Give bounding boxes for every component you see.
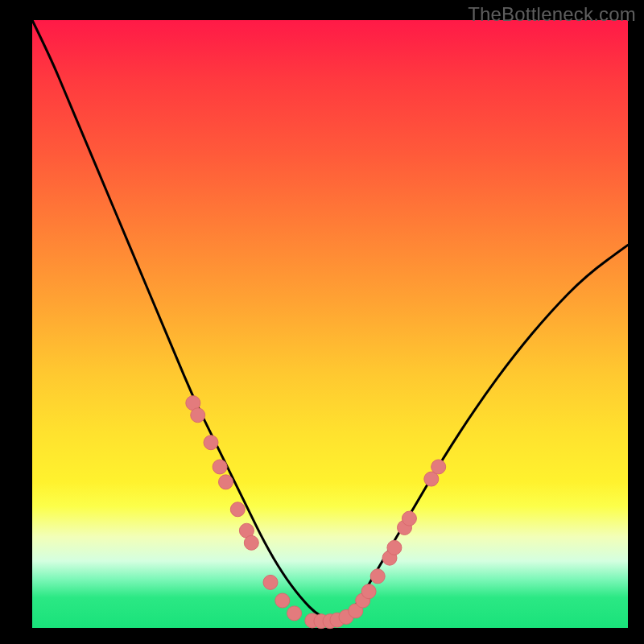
marker-group <box>186 396 446 629</box>
data-marker <box>431 460 446 474</box>
bottleneck-curve <box>32 20 628 620</box>
watermark-label: TheBottleneck.com <box>468 3 636 26</box>
chart-frame: TheBottleneck.com <box>0 0 644 644</box>
data-marker <box>263 575 278 589</box>
data-marker <box>204 436 218 450</box>
plot-area <box>32 20 628 628</box>
data-marker <box>275 593 290 608</box>
data-marker <box>287 606 302 621</box>
data-marker <box>387 540 402 555</box>
data-marker <box>402 511 416 526</box>
data-marker <box>213 460 227 474</box>
curve-svg <box>32 20 628 628</box>
data-marker <box>244 535 258 550</box>
data-marker <box>191 408 205 423</box>
data-marker <box>361 584 376 599</box>
data-marker <box>370 569 385 584</box>
data-marker <box>230 502 245 517</box>
data-marker <box>219 475 233 489</box>
